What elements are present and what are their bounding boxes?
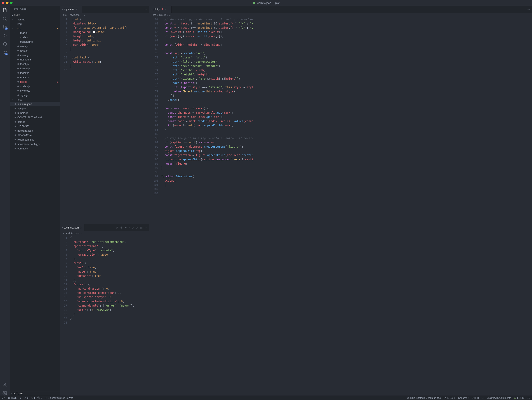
tree-file[interactable]: index.js [10, 71, 60, 75]
tree-file[interactable]: .gitignore [10, 106, 60, 111]
breadcrumb-right[interactable]: src › plot.js › ... [149, 13, 532, 17]
close-icon[interactable]: ✕ [76, 8, 78, 11]
git-blame[interactable]: Mike Bostock, 7 months ago [407, 397, 441, 399]
tree-file[interactable]: .eslintrc.json [10, 102, 60, 106]
outline-label: OUTLINE [13, 392, 23, 395]
tree-folder[interactable]: ›scales [10, 35, 60, 39]
run-icon[interactable]: ▷ [136, 226, 138, 229]
cursor-position[interactable]: Ln 1, Col 1 [443, 397, 455, 399]
tree-file[interactable]: snowpack.config.js [10, 142, 60, 146]
postgres-selector[interactable]: ▤Select Postgres Server [45, 397, 73, 399]
svg-rect-9 [3, 51, 5, 52]
editor-json[interactable]: 1 2 3 4 5 6 7 8 9 10 11 12 13 14 15 16 1… [60, 236, 149, 395]
tree-file[interactable]: axes.js [10, 44, 60, 48]
titlebar: .eslintrc.json — plot [0, 0, 532, 6]
tree-folder[interactable]: ›test [10, 97, 60, 102]
tree-file[interactable]: plot.js1 [10, 80, 60, 84]
language-mode[interactable]: JSON with Comments [487, 397, 511, 399]
close-icon[interactable]: ✕ [164, 8, 167, 11]
window-close[interactable] [2, 2, 5, 4]
tab-plot-js[interactable]: ● plot.js 1 ✕ [149, 6, 172, 13]
extensions-icon[interactable]: 1 [2, 50, 7, 55]
eslint-status[interactable]: ⦿ESLint [514, 397, 524, 399]
tree-folder[interactable]: ›.github [10, 17, 60, 22]
tab-style-css[interactable]: ● style.css ✕ [60, 6, 82, 13]
dirty-dot-icon: ● [152, 8, 152, 10]
tree-file[interactable]: rollup.config.js [10, 137, 60, 142]
settings-gear-icon[interactable] [2, 391, 7, 395]
error-badge: 1 [162, 8, 163, 11]
tree-file[interactable]: facet.js [10, 62, 60, 66]
svg-rect-2 [253, 3, 254, 3]
tab-eslintrc[interactable]: ● .eslintrc.json ✕ [60, 224, 84, 231]
statusbar: ⌵⌃ main ↻ ⊘0 ⚠1 ⓘ0 ▤Select Postgres Serv… [0, 395, 532, 400]
tree-folder[interactable]: ⌄src• [10, 26, 60, 31]
github-icon[interactable] [2, 42, 7, 47]
folder-root-label: PLOT [14, 14, 20, 16]
editor-css[interactable]: 1 2 3 4 5 6 7 8 9 10 11 12 13 .plot { di… [60, 17, 149, 224]
tree-file[interactable]: style.css [10, 88, 60, 93]
tree-file[interactable]: README.md [10, 133, 60, 137]
sidebar-more-icon[interactable]: ⋯ [55, 8, 57, 11]
remote-icon[interactable]: ⌵⌃ [2, 397, 5, 399]
tree-folder[interactable]: ›marks [10, 31, 60, 35]
breadcrumb-bottom[interactable]: ● .eslintrc.json › ... [60, 231, 149, 236]
tree-folder[interactable]: ›img [10, 22, 60, 26]
svg-point-18 [408, 397, 409, 398]
indentation[interactable]: Spaces: 2 [458, 397, 469, 399]
window-maximize[interactable] [10, 2, 13, 4]
tree-file[interactable]: style.js [10, 93, 60, 97]
account-icon[interactable] [2, 382, 7, 387]
tree-file[interactable]: package.json [10, 129, 60, 133]
notifications-bell-icon[interactable] [527, 397, 530, 399]
tabs-left-top: ● style.css ✕ ⋯ [60, 6, 149, 13]
revert-icon[interactable]: ↶ [125, 226, 127, 229]
editor-js[interactable]: 62 63 64 65 66 67 68 69 70 71 72 73 74 7… [149, 17, 532, 395]
sidebar-header: EXPLORER ⋯ [10, 6, 60, 13]
tree-file[interactable]: format.js [10, 66, 60, 71]
debug-icon[interactable] [2, 33, 7, 38]
outline-section[interactable]: › OUTLINE [10, 391, 60, 395]
explorer-icon[interactable] [2, 8, 7, 12]
prev-icon[interactable]: ◦ [129, 226, 130, 229]
source-control-icon[interactable]: 1 [2, 25, 7, 30]
sync-icon[interactable]: ↻ [19, 397, 21, 399]
folder-root[interactable]: ⌄ PLOT [10, 13, 60, 17]
svg-rect-12 [5, 51, 6, 52]
svg-rect-10 [3, 53, 5, 54]
more-icon[interactable]: ⋯ [527, 8, 530, 11]
tree-file[interactable]: bundle.js [10, 111, 60, 115]
split-icon[interactable]: ◫ [140, 226, 143, 229]
eol[interactable]: LF [481, 397, 484, 399]
more-icon[interactable]: ⋯ [145, 8, 147, 11]
ext-badge: 1 [5, 53, 8, 55]
git-branch[interactable]: main [8, 397, 17, 399]
tree-file[interactable]: defined.js [10, 57, 60, 62]
tree-folder[interactable]: ›transforms [10, 39, 60, 44]
gear-icon[interactable]: ⚙ [120, 226, 123, 229]
tree-file[interactable]: LICENSE [10, 124, 60, 129]
compare-icon[interactable]: ⇄ [116, 226, 118, 229]
more-icon[interactable]: ⋯ [145, 226, 147, 229]
breadcrumb-top[interactable]: src › style.css › ... [60, 13, 149, 17]
tree-file[interactable]: yarn.lock [10, 146, 60, 151]
encoding[interactable]: UTF-8 [472, 397, 479, 399]
tree-file[interactable]: esm.js [10, 119, 60, 124]
problems[interactable]: ⊘0 ⚠1 ⓘ0 [24, 396, 42, 400]
window-minimize[interactable] [6, 2, 8, 4]
svg-point-5 [3, 25, 4, 26]
close-icon[interactable]: ✕ [80, 226, 82, 229]
window-title-text: .eslintrc.json — plot [256, 1, 279, 5]
svg-point-3 [3, 17, 6, 20]
tree-file[interactable]: curve.js [10, 53, 60, 57]
search-icon[interactable] [2, 16, 7, 21]
tree-file[interactable]: scales.js [10, 84, 60, 88]
window-title: .eslintrc.json — plot [253, 1, 279, 5]
chevron-down-icon: ⌄ [11, 14, 13, 16]
svg-line-4 [6, 19, 7, 20]
file-tree[interactable]: ›.github›img⌄src•›marks›scales›transform… [10, 17, 60, 391]
tree-file[interactable]: CONTRIBUTING.md [10, 115, 60, 119]
tree-file[interactable]: axis.js [10, 48, 60, 53]
tree-file[interactable]: mark.js [10, 75, 60, 80]
next-icon[interactable]: ▷ [132, 226, 134, 229]
